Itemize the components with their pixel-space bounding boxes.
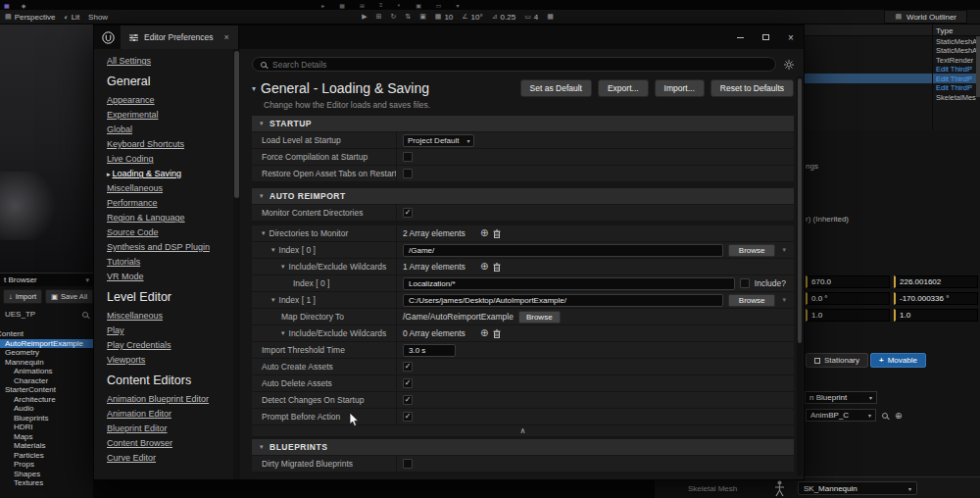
tree-item[interactable]: Shapes xyxy=(0,470,93,479)
export-button[interactable]: Export... xyxy=(598,79,649,97)
outliner-row[interactable]: Edit ThirdP xyxy=(805,65,980,75)
window-title-bar[interactable]: Editor Preferences × × xyxy=(94,25,804,49)
nav-item[interactable]: Synthesis and DSP Plugin xyxy=(107,243,231,252)
move-icon[interactable]: ⊞ xyxy=(376,13,382,21)
nav-item[interactable]: Appearance xyxy=(107,96,231,105)
tree-item[interactable]: StarterContent xyxy=(0,385,93,395)
element-options-icon[interactable]: ▾ xyxy=(782,296,786,304)
menubar-icon[interactable]: ▦ xyxy=(339,2,345,9)
content-browser-tab[interactable]: t Browser▾ xyxy=(0,274,93,286)
tree-item[interactable]: HDRI xyxy=(0,423,93,432)
scale-icon[interactable]: ⇅ xyxy=(405,13,411,21)
nav-item[interactable]: Region & Language xyxy=(107,214,231,223)
nav-item[interactable]: Play xyxy=(107,326,231,335)
menubar-icon[interactable]: ≡ xyxy=(379,2,383,9)
chevron-down-icon[interactable]: ▾ xyxy=(281,329,285,337)
tree-item[interactable]: Particles xyxy=(0,451,93,461)
restore-tabs-checkbox[interactable] xyxy=(403,169,413,178)
engine-icon[interactable]: ▦ xyxy=(4,2,10,9)
tree-item[interactable]: Mannequin xyxy=(0,358,93,368)
include-checkbox[interactable] xyxy=(740,278,750,288)
reset-to-defaults-button[interactable]: Reset to Defaults xyxy=(710,79,794,97)
rotation-snap-control[interactable]: ∠10° xyxy=(462,13,482,22)
empty-array-icon[interactable] xyxy=(493,263,501,272)
settings-gear-icon[interactable] xyxy=(784,60,794,70)
settings-scrollbar-thumb[interactable] xyxy=(798,78,802,343)
transform-field[interactable]: 0.0 ° xyxy=(806,292,890,305)
import-button[interactable]: ↓Import xyxy=(3,289,42,304)
nav-item[interactable]: Miscellaneous xyxy=(107,312,231,321)
add-element-icon[interactable]: ⊕ xyxy=(480,328,488,338)
tree-item[interactable]: Character xyxy=(0,376,93,386)
scale-snap-control[interactable]: ⊿0.25 xyxy=(492,13,515,22)
empty-array-icon[interactable] xyxy=(493,329,501,338)
prompt-before-action-checkbox[interactable]: ✓ xyxy=(403,412,413,422)
outliner-row[interactable]: TextRender xyxy=(805,55,980,65)
menubar-icon[interactable]: ◆ xyxy=(22,2,26,9)
tab-close-icon[interactable]: × xyxy=(223,32,228,42)
tree-item[interactable]: Maps xyxy=(0,432,93,442)
directory-path-input[interactable]: /Game/ xyxy=(403,244,723,257)
chevron-down-icon[interactable]: ▾ xyxy=(252,84,256,93)
menubar-icon[interactable]: ◐ xyxy=(398,2,402,9)
category-auto-reimport[interactable]: ▾AUTO REIMPORT xyxy=(252,188,794,205)
outliner-row[interactable]: SkeletalMes xyxy=(805,93,980,103)
menubar-icon[interactable]: ▣ xyxy=(416,2,421,9)
show-button[interactable]: Show xyxy=(88,13,108,22)
menubar-icon[interactable]: ▾ xyxy=(457,2,460,9)
minimize-button[interactable] xyxy=(727,25,753,49)
outliner-row[interactable]: StaticMeshA xyxy=(805,36,980,46)
close-button[interactable]: × xyxy=(778,25,804,49)
nav-item[interactable]: Blueprint Editor xyxy=(107,424,231,433)
outliner-row[interactable]: StaticMeshA xyxy=(805,46,980,56)
tree-item-selected[interactable]: AutoReimportExample xyxy=(0,339,93,349)
lit-button[interactable]: ◐Lit xyxy=(64,13,79,22)
nav-item[interactable]: VR Mode xyxy=(107,273,231,281)
import-threshold-input[interactable]: 3.0 s xyxy=(403,344,456,357)
category-startup[interactable]: ▾STARTUP xyxy=(252,116,794,132)
grid-snap-control[interactable]: ▦10 xyxy=(435,13,454,22)
chevron-down-icon[interactable]: ▾ xyxy=(262,229,266,237)
chevron-down-icon[interactable]: ▾ xyxy=(281,263,285,271)
nav-item[interactable]: Content Browser xyxy=(107,439,231,448)
load-level-dropdown[interactable]: Project Default▾ xyxy=(403,134,474,147)
chevron-down-icon[interactable]: ▾ xyxy=(271,296,275,304)
browse-button[interactable]: Browse xyxy=(518,311,561,324)
outliner-scrollbar[interactable] xyxy=(976,36,980,97)
nav-item[interactable]: Keyboard Shortcuts xyxy=(107,140,231,149)
transform-field[interactable]: 1.0 xyxy=(806,309,890,322)
tree-item[interactable]: Geometry xyxy=(0,348,93,358)
chevron-down-icon[interactable]: ▾ xyxy=(271,246,275,254)
nav-item[interactable]: Animation Editor xyxy=(107,410,231,419)
add-element-icon[interactable]: ⊕ xyxy=(480,228,488,238)
empty-array-icon[interactable] xyxy=(493,229,501,238)
nav-item[interactable]: Miscellaneous xyxy=(107,184,231,193)
category-blueprints[interactable]: ▾BLUEPRINTS xyxy=(252,439,794,456)
auto-create-checkbox[interactable]: ✓ xyxy=(403,362,413,372)
tree-item[interactable]: Blueprints xyxy=(0,414,93,423)
use-selected-icon[interactable]: ⊕ xyxy=(895,411,903,421)
world-outliner-tab[interactable]: ▤World Outliner xyxy=(884,10,967,24)
anim-mode-dropdown[interactable]: n Blueprint▾ xyxy=(805,391,877,404)
transform-field[interactable]: 1.0 xyxy=(894,309,978,322)
transform-field[interactable]: 226.001602 xyxy=(894,275,978,288)
nav-item[interactable]: Viewports xyxy=(107,356,231,365)
element-options-icon[interactable]: ▾ xyxy=(782,246,786,254)
directory-path-input[interactable]: C:/Users/james/Desktop/AutoImportExample… xyxy=(403,294,723,307)
save-all-button[interactable]: ▣Save All xyxy=(45,289,93,304)
nav-scrollbar-thumb[interactable] xyxy=(234,51,239,198)
map-directory-value[interactable]: /Game/AutoReimportExample xyxy=(403,312,514,322)
search-input[interactable] xyxy=(272,60,767,70)
outliner-row-selected[interactable]: Edit ThirdP xyxy=(805,74,980,83)
wildcard-input[interactable]: Localization/* xyxy=(403,277,735,290)
nav-all-settings[interactable]: All Settings xyxy=(107,57,231,66)
menubar-icon[interactable]: ▸ xyxy=(321,2,324,9)
nav-item[interactable]: Performance xyxy=(107,199,231,208)
transform-field[interactable]: 670.0 xyxy=(806,275,890,288)
force-compilation-checkbox[interactable] xyxy=(403,152,413,162)
tree-item[interactable]: Materials xyxy=(0,441,93,451)
import-button[interactable]: Import... xyxy=(655,79,705,97)
menubar-icon[interactable]: ⊞ xyxy=(360,2,365,9)
perspective-button[interactable]: ▤Perspective xyxy=(5,13,55,22)
tree-item[interactable]: Content xyxy=(0,329,93,339)
